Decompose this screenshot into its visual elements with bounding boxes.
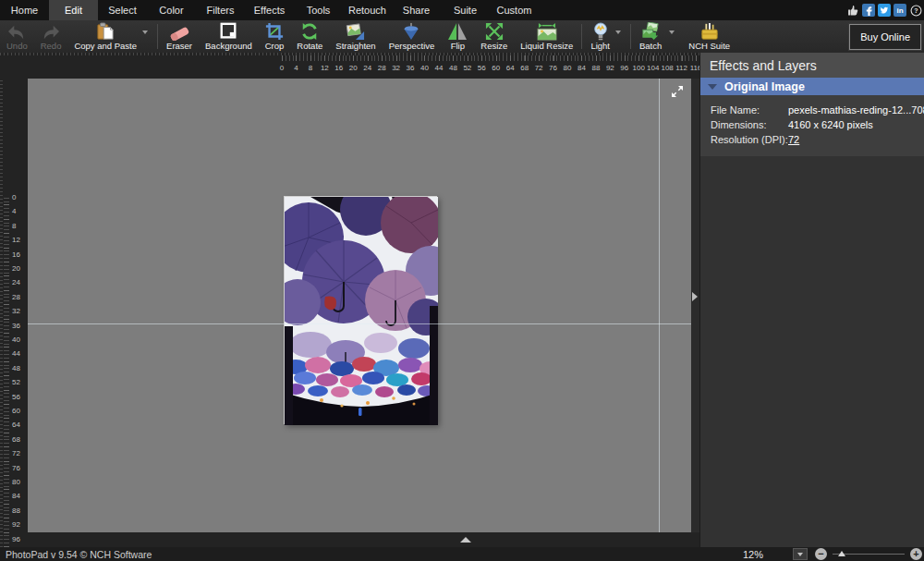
h-ruler-tick-label: 4 (294, 64, 298, 72)
panel-title: Effects and Layers (700, 53, 924, 78)
tab-select[interactable]: Select (98, 0, 147, 20)
v-ruler: 0481216202428323640444852566064687276808… (0, 79, 28, 547)
toolbar-separator (581, 24, 582, 49)
eraser-icon (168, 22, 190, 41)
panel-collapse-arrow-icon[interactable] (692, 292, 698, 301)
v-ruler-tick-label: 68 (12, 434, 20, 443)
zoom-controls: 12% − + (743, 547, 924, 561)
tab-suite[interactable]: Suite (441, 0, 490, 20)
light-button[interactable]: Light (584, 20, 628, 53)
menu-right-icons: in ? (846, 2, 922, 18)
dimensions-value: 4160 x 6240 pixels (788, 119, 873, 131)
chevron-down-icon (797, 553, 803, 556)
batch-button[interactable]: Batch (633, 20, 682, 53)
linkedin-icon[interactable]: in (894, 4, 906, 17)
zoom-slider[interactable] (833, 548, 905, 560)
section-collapse-triangle-icon[interactable] (708, 84, 717, 90)
tab-tools[interactable]: Tools (294, 0, 343, 20)
v-ruler-tick-label: 20 (12, 264, 20, 273)
thumbs-up-icon[interactable] (846, 4, 859, 17)
v-ruler-tick-label: 48 (12, 363, 20, 372)
file-name-row: File Name: pexels-mathias-reding-12...70… (711, 104, 924, 116)
perspective-button[interactable]: Perspective (383, 20, 442, 53)
light-dropdown-caret[interactable] (615, 30, 621, 34)
h-ruler-tick-label: 104 (647, 64, 659, 72)
v-ruler-tick-label: 88 (12, 506, 20, 514)
h-ruler-tick-label: 112 (675, 64, 687, 72)
v-ruler-tick-label: 56 (12, 392, 20, 400)
background-button[interactable]: Background (199, 20, 259, 53)
straighten-button[interactable]: Straighten (329, 20, 382, 53)
resolution-row: Resolution (DPI): 72 (711, 134, 924, 146)
flip-button[interactable]: Flip (441, 20, 474, 53)
v-ruler-tick-label: 72 (12, 449, 20, 457)
bottom-expand-arrow-icon[interactable] (460, 537, 471, 543)
rotate-button[interactable]: Rotate (290, 20, 329, 53)
background-icon (219, 22, 237, 41)
zoom-dropdown-button[interactable] (793, 548, 808, 560)
tab-custom[interactable]: Custom (490, 0, 539, 20)
h-ruler-tick-label: 12 (321, 64, 329, 72)
image-properties: File Name: pexels-mathias-reding-12...70… (700, 95, 924, 156)
twitter-icon[interactable] (878, 4, 891, 17)
help-icon[interactable]: ? (909, 4, 922, 17)
v-ruler-tick-label: 60 (12, 407, 20, 415)
v-ruler-tick-label: 24 (12, 278, 20, 287)
zoom-slider-thumb[interactable] (838, 551, 845, 556)
copy-paste-dropdown-caret[interactable] (142, 30, 148, 34)
h-ruler-tick-label: 116 (690, 64, 699, 72)
v-ruler-tick-label: 16 (12, 250, 20, 258)
resize-icon (485, 22, 504, 41)
zoom-out-button[interactable]: − (815, 548, 827, 560)
original-image-section-header[interactable]: Original Image (700, 78, 924, 95)
liquid-resize-button[interactable]: Liquid Resize (514, 20, 579, 53)
tab-home[interactable]: Home (0, 0, 49, 20)
h-ruler-tick-label: 28 (378, 64, 386, 72)
buy-online-button[interactable]: Buy Online (849, 24, 921, 50)
redo-button[interactable]: Redo (34, 20, 68, 53)
app-version-text: PhotoPad v 9.54 © NCH Software (0, 549, 152, 560)
undo-button[interactable]: Undo (0, 20, 34, 53)
h-ruler-tick-label: 68 (520, 64, 529, 72)
panel-divider[interactable] (691, 79, 699, 532)
v-ruler-tick-label: 12 (12, 236, 20, 244)
h-ruler-tick-label: 100 (633, 64, 645, 72)
resize-button[interactable]: Resize (474, 20, 514, 53)
copy-and-paste-button[interactable]: Copy and Paste (67, 20, 155, 53)
eraser-button[interactable]: Eraser (160, 20, 199, 53)
light-icon (592, 22, 609, 41)
tab-effects[interactable]: Effects (245, 0, 294, 20)
dimensions-row: Dimensions: 4160 x 6240 pixels (711, 119, 924, 131)
h-ruler-tick-label: 44 (434, 64, 443, 72)
v-ruler-tick-label: 76 (12, 463, 20, 471)
bottom-strip (28, 532, 699, 547)
photo-umbrellas[interactable] (284, 196, 437, 424)
nch-suite-button[interactable]: NCH Suite (682, 20, 736, 53)
tab-share[interactable]: Share (392, 0, 441, 20)
tab-color[interactable]: Color (147, 0, 196, 20)
zoom-in-button[interactable]: + (910, 548, 922, 560)
resolution-value[interactable]: 72 (788, 134, 799, 146)
h-ruler-tick-label: 64 (506, 64, 515, 72)
v-ruler-tick-label: 4 (12, 207, 16, 215)
v-ruler-tick-label: 32 (12, 307, 20, 315)
v-ruler-tick-label: 0 (12, 193, 16, 201)
h-ruler-tick-label: 0 (280, 64, 284, 72)
crop-button[interactable]: Crop (259, 20, 291, 53)
h-ruler-tick-label: 48 (449, 64, 457, 72)
vertical-guide-line (659, 79, 660, 532)
h-ruler-tick-label: 108 (661, 64, 673, 72)
expand-fullscreen-icon[interactable] (671, 85, 684, 102)
h-ruler-tick-label: 36 (407, 64, 415, 72)
batch-dropdown-caret[interactable] (669, 30, 675, 34)
h-ruler-tick-label: 56 (478, 64, 486, 72)
canvas-workspace[interactable] (28, 79, 691, 532)
facebook-icon[interactable] (862, 4, 875, 17)
nch-suite-icon (699, 22, 720, 41)
svg-text:?: ? (914, 6, 918, 13)
v-ruler-tick-label: 44 (12, 349, 20, 358)
tab-retouch[interactable]: Retouch (343, 0, 392, 20)
batch-icon (641, 22, 660, 41)
tab-edit[interactable]: Edit (49, 0, 98, 20)
tab-filters[interactable]: Filters (196, 0, 245, 20)
